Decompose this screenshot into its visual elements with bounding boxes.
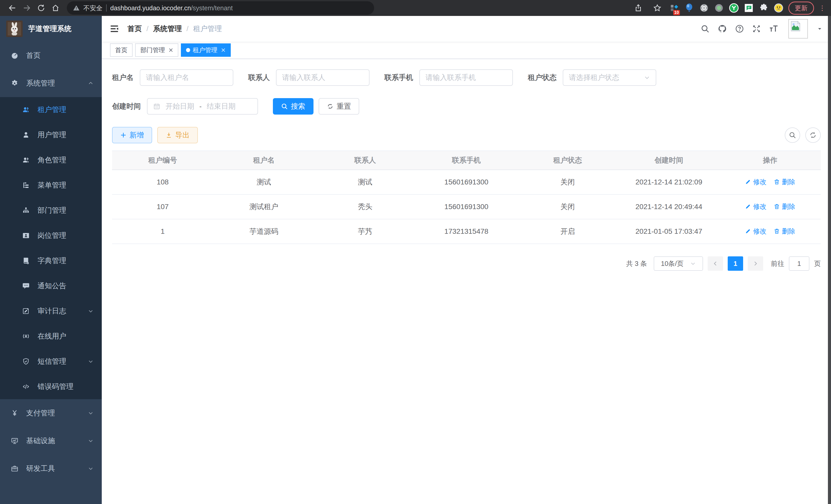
reset-button[interactable]: 重置 [319,98,359,115]
url-divider [106,4,107,11]
table-row: 107 测试租户 秃头 15601691300 关闭 2021-12-14 20… [112,195,821,219]
home-icon[interactable] [48,0,63,16]
show-search-toggle-button[interactable] [785,127,800,143]
col-status: 租户状态 [517,151,618,170]
dashboard-icon [11,52,19,59]
sidebar-item-system[interactable]: 系统管理 [0,69,102,97]
extension-y-icon[interactable] [729,3,739,13]
delete-link[interactable]: 删除 [774,227,795,236]
sidebar-item-pay[interactable]: 支付管理 [0,399,102,427]
sidebar-item-label: 支付管理 [26,408,55,418]
col-actions: 操作 [719,151,821,170]
delete-link[interactable]: 删除 [774,202,795,211]
refresh-icon [327,103,334,110]
delete-link[interactable]: 删除 [774,178,795,186]
refresh-table-button[interactable] [805,127,821,143]
sidebar-item-user[interactable]: 用户管理 [0,122,102,147]
tab-home[interactable]: 首页 [110,43,133,57]
system-submenu: 租户管理 用户管理 角色管理 菜单管理 部门管理 [0,97,102,399]
extension-command-icon[interactable] [699,3,709,13]
help-icon[interactable] [735,24,744,33]
sidebar-item-notice[interactable]: 通知公告 [0,273,102,298]
sidebar-item-post[interactable]: 岗位管理 [0,223,102,248]
search-form-row-2: 创建时间 - 搜索 重置 [112,98,821,115]
forward-icon[interactable] [20,0,34,16]
share-icon[interactable] [631,0,646,16]
sidebar-item-dept[interactable]: 部门管理 [0,198,102,223]
pagination-total: 共 3 条 [626,259,647,268]
bookmark-star-icon[interactable] [650,0,664,16]
extension-recorder-icon[interactable] [714,3,724,13]
status-select[interactable]: 请选择租户状态 [563,69,656,86]
page-content: 租户名 联系人 联系手机 [102,59,831,504]
tenant-name-input[interactable] [146,73,227,82]
breadcrumb-home[interactable]: 首页 [127,24,142,34]
browser-menu-icon[interactable]: ⋮ [819,4,826,12]
date-end-input[interactable] [205,102,237,111]
mobile-input[interactable] [426,73,507,82]
search-button[interactable]: 搜索 [273,98,314,115]
mobile-label: 联系手机 [384,73,413,83]
close-icon[interactable] [221,48,226,52]
tab-tenant[interactable]: 租户管理 [181,43,231,57]
back-icon[interactable] [5,0,20,16]
sidebar-item-tenant[interactable]: 租户管理 [0,97,102,122]
tab-dept[interactable]: 部门管理 [135,43,178,57]
col-tenant-name: 租户名 [213,151,315,170]
sidebar-toggle-icon[interactable] [102,24,127,34]
sidebar-item-sms[interactable]: 短信管理 [0,349,102,374]
sidebar-item-label: 短信管理 [37,357,66,366]
page-size-select[interactable]: 10条/页 [654,256,703,271]
cell-actions: 修改删除 [719,195,821,219]
reload-icon[interactable] [34,0,48,16]
export-button[interactable]: 导出 [157,127,198,143]
edit-link[interactable]: 修改 [745,227,767,236]
sidebar-item-dict[interactable]: 字典管理 [0,248,102,273]
sidebar-item-home[interactable]: 首页 [0,41,102,69]
browser-update-button[interactable]: 更新 [789,2,814,14]
close-icon[interactable] [169,48,173,52]
cell-created: 2021-12-14 20:49:44 [618,195,719,219]
fullscreen-icon[interactable] [752,24,761,33]
tab-label: 租户管理 [193,46,218,54]
sidebar-item-devtools[interactable]: 研发工具 [0,455,102,482]
extension-balloon-icon[interactable] [684,3,694,13]
edit-link[interactable]: 修改 [745,178,767,186]
github-icon[interactable] [717,24,727,34]
contact-input[interactable] [282,73,363,82]
avatar-caret-icon[interactable] [816,26,823,32]
warning-icon [73,5,80,11]
next-page-button[interactable] [748,256,763,271]
url-bar[interactable]: 不安全 dashboard.yudao.iocoder.cn/system/te… [67,1,374,14]
app-logo-row[interactable]: 芋道管理系统 [0,16,102,41]
goto-page-input[interactable] [789,256,809,271]
pagination: 共 3 条 10条/页 1 前往 页 [112,256,821,271]
sidebar-item-error-code[interactable]: 错误码管理 [0,374,102,399]
breadcrumb-system[interactable]: 系统管理 [153,24,182,34]
sidebar-item-role[interactable]: 角色管理 [0,147,102,173]
table-header-row: 租户编号 租户名 联系人 联系手机 租户状态 创建时间 操作 [112,151,821,170]
user-avatar-broken-image[interactable] [789,19,808,38]
sidebar-item-audit-log[interactable]: 审计日志 [0,298,102,324]
page-number-1[interactable]: 1 [728,256,743,271]
sidebar-item-menu[interactable]: 菜单管理 [0,173,102,198]
sidebar-item-online-users[interactable]: 在线用户 [0,324,102,349]
profile-avatar-icon[interactable] [773,3,784,13]
edit-link[interactable]: 修改 [745,202,767,211]
tenant-name-label: 租户名 [112,73,134,83]
extensions-puzzle-icon[interactable] [758,3,769,13]
sidebar-item-infra[interactable]: 基础设施 [0,427,102,455]
date-range-picker[interactable]: - [147,98,258,115]
breadcrumb-separator: / [187,25,189,33]
extension-tag-manager-icon[interactable]: 10 [669,3,679,13]
cell-status: 开启 [517,219,618,244]
search-icon [789,131,796,139]
col-mobile: 联系手机 [416,151,517,170]
prev-page-button[interactable] [708,256,723,271]
date-start-input[interactable] [164,102,196,111]
cell-status: 关闭 [517,195,618,219]
font-size-icon[interactable] [769,24,779,34]
add-button[interactable]: 新增 [112,127,152,143]
extension-chat-icon[interactable] [744,3,754,13]
header-search-icon[interactable] [700,24,710,33]
